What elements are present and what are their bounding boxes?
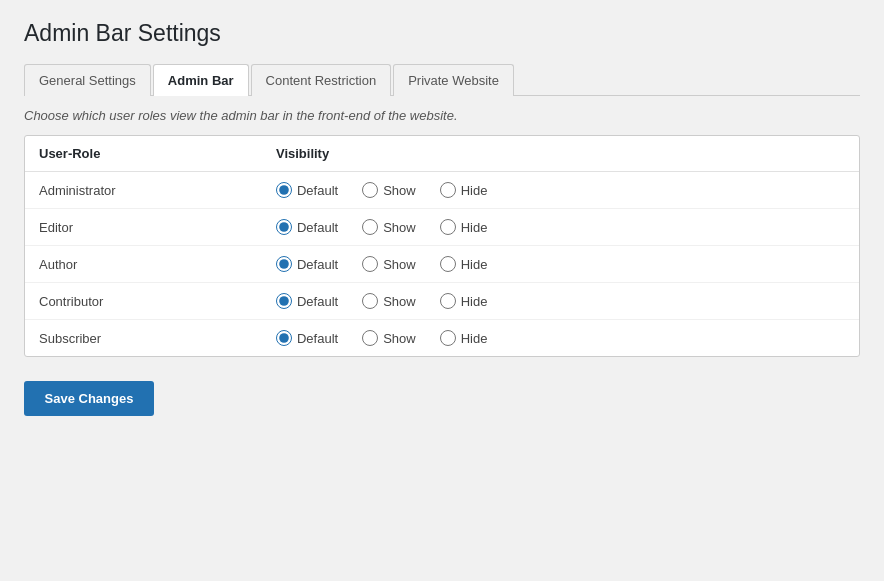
tab-content-restriction[interactable]: Content Restriction bbox=[251, 64, 392, 96]
radio-option-hide[interactable]: Hide bbox=[440, 219, 488, 235]
tab-private-website[interactable]: Private Website bbox=[393, 64, 514, 96]
radio-input-show[interactable] bbox=[362, 182, 378, 198]
radio-label-show: Show bbox=[383, 257, 416, 272]
radio-input-hide[interactable] bbox=[440, 293, 456, 309]
radio-option-default[interactable]: Default bbox=[276, 330, 338, 346]
radio-option-show[interactable]: Show bbox=[362, 182, 416, 198]
user-role-cell: Contributor bbox=[25, 283, 262, 320]
radio-label-show: Show bbox=[383, 220, 416, 235]
save-button[interactable]: Save Changes bbox=[24, 381, 154, 416]
visibility-cell: DefaultShowHide bbox=[262, 209, 859, 246]
radio-label-hide: Hide bbox=[461, 294, 488, 309]
visibility-table-container: User-Role Visibility AdministratorDefaul… bbox=[24, 135, 860, 357]
radio-input-default[interactable] bbox=[276, 293, 292, 309]
radio-option-hide[interactable]: Hide bbox=[440, 256, 488, 272]
visibility-cell: DefaultShowHide bbox=[262, 246, 859, 283]
tab-description: Choose which user roles view the admin b… bbox=[24, 108, 860, 123]
radio-label-default: Default bbox=[297, 220, 338, 235]
radio-input-hide[interactable] bbox=[440, 219, 456, 235]
radio-label-default: Default bbox=[297, 183, 338, 198]
radio-input-show[interactable] bbox=[362, 256, 378, 272]
radio-option-hide[interactable]: Hide bbox=[440, 330, 488, 346]
table-row: AdministratorDefaultShowHide bbox=[25, 172, 859, 209]
radio-label-hide: Hide bbox=[461, 257, 488, 272]
radio-option-show[interactable]: Show bbox=[362, 293, 416, 309]
radio-group: DefaultShowHide bbox=[276, 293, 845, 309]
radio-input-show[interactable] bbox=[362, 330, 378, 346]
radio-label-default: Default bbox=[297, 331, 338, 346]
radio-label-show: Show bbox=[383, 331, 416, 346]
user-role-cell: Administrator bbox=[25, 172, 262, 209]
visibility-table: User-Role Visibility AdministratorDefaul… bbox=[25, 136, 859, 356]
radio-input-default[interactable] bbox=[276, 182, 292, 198]
radio-input-show[interactable] bbox=[362, 219, 378, 235]
table-row: EditorDefaultShowHide bbox=[25, 209, 859, 246]
radio-option-default[interactable]: Default bbox=[276, 293, 338, 309]
user-role-cell: Author bbox=[25, 246, 262, 283]
user-role-cell: Editor bbox=[25, 209, 262, 246]
table-row: SubscriberDefaultShowHide bbox=[25, 320, 859, 357]
radio-option-show[interactable]: Show bbox=[362, 219, 416, 235]
radio-label-hide: Hide bbox=[461, 183, 488, 198]
radio-group: DefaultShowHide bbox=[276, 182, 845, 198]
radio-input-default[interactable] bbox=[276, 330, 292, 346]
col-header-user-role: User-Role bbox=[25, 136, 262, 172]
table-header-row: User-Role Visibility bbox=[25, 136, 859, 172]
visibility-cell: DefaultShowHide bbox=[262, 320, 859, 357]
tab-admin-bar[interactable]: Admin Bar bbox=[153, 64, 249, 96]
radio-option-hide[interactable]: Hide bbox=[440, 293, 488, 309]
radio-label-hide: Hide bbox=[461, 331, 488, 346]
radio-label-hide: Hide bbox=[461, 220, 488, 235]
radio-option-show[interactable]: Show bbox=[362, 256, 416, 272]
page-title: Admin Bar Settings bbox=[24, 20, 860, 47]
radio-option-hide[interactable]: Hide bbox=[440, 182, 488, 198]
radio-input-hide[interactable] bbox=[440, 182, 456, 198]
user-role-cell: Subscriber bbox=[25, 320, 262, 357]
radio-input-default[interactable] bbox=[276, 219, 292, 235]
radio-group: DefaultShowHide bbox=[276, 330, 845, 346]
radio-label-default: Default bbox=[297, 257, 338, 272]
tab-bar: General Settings Admin Bar Content Restr… bbox=[24, 63, 860, 96]
visibility-cell: DefaultShowHide bbox=[262, 283, 859, 320]
table-row: ContributorDefaultShowHide bbox=[25, 283, 859, 320]
radio-label-default: Default bbox=[297, 294, 338, 309]
col-header-visibility: Visibility bbox=[262, 136, 859, 172]
radio-group: DefaultShowHide bbox=[276, 256, 845, 272]
radio-input-default[interactable] bbox=[276, 256, 292, 272]
radio-input-hide[interactable] bbox=[440, 256, 456, 272]
radio-group: DefaultShowHide bbox=[276, 219, 845, 235]
table-row: AuthorDefaultShowHide bbox=[25, 246, 859, 283]
radio-option-show[interactable]: Show bbox=[362, 330, 416, 346]
radio-label-show: Show bbox=[383, 183, 416, 198]
radio-option-default[interactable]: Default bbox=[276, 219, 338, 235]
radio-input-show[interactable] bbox=[362, 293, 378, 309]
visibility-cell: DefaultShowHide bbox=[262, 172, 859, 209]
radio-option-default[interactable]: Default bbox=[276, 256, 338, 272]
radio-option-default[interactable]: Default bbox=[276, 182, 338, 198]
radio-label-show: Show bbox=[383, 294, 416, 309]
radio-input-hide[interactable] bbox=[440, 330, 456, 346]
tab-general-settings[interactable]: General Settings bbox=[24, 64, 151, 96]
